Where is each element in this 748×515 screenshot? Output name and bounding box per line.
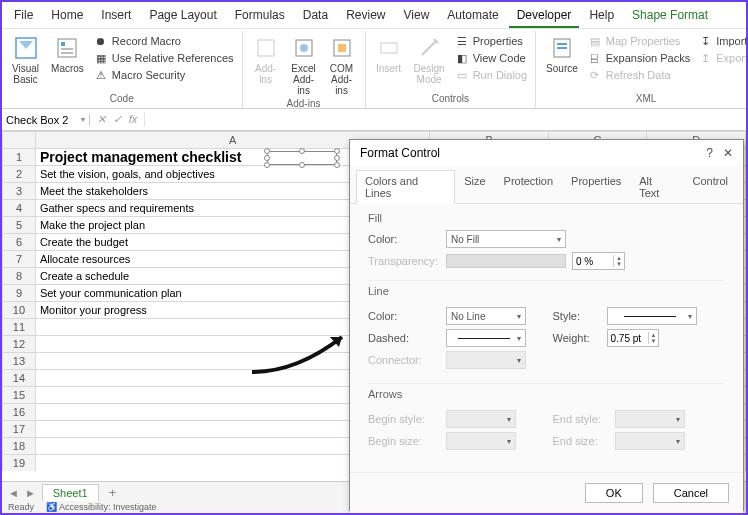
macro-security-button[interactable]: ⚠Macro Security bbox=[92, 67, 236, 83]
transparency-input[interactable] bbox=[573, 256, 613, 267]
ribbon-group-addins: Add- ins Excel Add-ins COM Add-ins Add-i… bbox=[243, 31, 366, 108]
resize-handle[interactable] bbox=[299, 162, 305, 168]
addins-button[interactable]: Add- ins bbox=[249, 33, 283, 87]
visual-basic-button[interactable]: Visual Basic bbox=[8, 33, 43, 87]
menu-tab-home[interactable]: Home bbox=[43, 4, 91, 28]
dashed-combo[interactable]: ▾ bbox=[446, 329, 526, 347]
run-dialog-button[interactable]: ▭Run Dialog bbox=[453, 67, 529, 83]
select-all-cell[interactable] bbox=[3, 132, 36, 149]
row-header[interactable]: 5 bbox=[3, 217, 36, 234]
dialog-tab-size[interactable]: Size bbox=[455, 170, 494, 203]
row-header[interactable]: 17 bbox=[3, 421, 36, 438]
export-button[interactable]: ↥Export bbox=[696, 50, 748, 66]
map-properties-button[interactable]: ▤Map Properties bbox=[586, 33, 692, 49]
menu-tab-data[interactable]: Data bbox=[295, 4, 336, 28]
view-code-button[interactable]: ◧View Code bbox=[453, 50, 529, 66]
row-header[interactable]: 11 bbox=[3, 319, 36, 336]
svg-rect-10 bbox=[381, 43, 397, 53]
menu-tab-file[interactable]: File bbox=[6, 4, 41, 28]
status-accessibility[interactable]: ♿ Accessibility: Investigate bbox=[46, 502, 157, 512]
menu-tab-view[interactable]: View bbox=[396, 4, 438, 28]
menu-tab-page-layout[interactable]: Page Layout bbox=[141, 4, 224, 28]
row-header[interactable]: 10 bbox=[3, 302, 36, 319]
resize-handle[interactable] bbox=[334, 162, 340, 168]
row-header[interactable]: 2 bbox=[3, 166, 36, 183]
row-header[interactable]: 14 bbox=[3, 370, 36, 387]
weight-spinbox[interactable]: ▲▼ bbox=[607, 329, 660, 347]
sheet-nav-prev[interactable]: ◄ bbox=[8, 487, 21, 499]
chevron-down-icon: ▾ bbox=[688, 312, 692, 321]
grid-icon: ▦ bbox=[94, 51, 108, 65]
row-header[interactable]: 16 bbox=[3, 404, 36, 421]
line-header: Line bbox=[368, 285, 725, 297]
properties-button[interactable]: ☰Properties bbox=[453, 33, 529, 49]
macros-button[interactable]: Macros bbox=[47, 33, 88, 76]
transparency-slider[interactable] bbox=[446, 254, 566, 268]
line-color-combo[interactable]: No Line▾ bbox=[446, 307, 526, 325]
excel-addins-button[interactable]: Excel Add-ins bbox=[287, 33, 321, 98]
row-header[interactable]: 4 bbox=[3, 200, 36, 217]
sheet-tab[interactable]: Sheet1 bbox=[42, 484, 99, 501]
cancel-formula-icon[interactable]: ✕ bbox=[94, 113, 108, 126]
cancel-button[interactable]: Cancel bbox=[653, 483, 729, 503]
close-icon[interactable]: ✕ bbox=[723, 146, 733, 160]
name-box[interactable]: Check Box 2▾ bbox=[2, 114, 90, 126]
record-macro-button[interactable]: ⏺Record Macro bbox=[92, 33, 236, 49]
dialog-tab-alt-text[interactable]: Alt Text bbox=[630, 170, 683, 203]
resize-handle[interactable] bbox=[264, 162, 270, 168]
resize-handle[interactable] bbox=[334, 155, 340, 161]
add-sheet-button[interactable]: + bbox=[103, 485, 123, 500]
row-header[interactable]: 6 bbox=[3, 234, 36, 251]
fx-icon[interactable]: fx bbox=[126, 113, 140, 126]
refresh-data-button[interactable]: ⟳Refresh Data bbox=[586, 67, 692, 83]
insert-control-button[interactable]: Insert bbox=[372, 33, 406, 76]
row-header[interactable]: 9 bbox=[3, 285, 36, 302]
row-header[interactable]: 1 bbox=[3, 149, 36, 166]
source-button[interactable]: Source bbox=[542, 33, 582, 76]
dialog-tab-control[interactable]: Control bbox=[684, 170, 737, 203]
row-header[interactable]: 13 bbox=[3, 353, 36, 370]
menu-tab-shape-format[interactable]: Shape Format bbox=[624, 4, 716, 28]
line-style-combo[interactable]: ▾ bbox=[607, 307, 697, 325]
ribbon-group-label: XML bbox=[542, 93, 748, 106]
use-relative-refs-button[interactable]: ▦Use Relative References bbox=[92, 50, 236, 66]
menu-tab-developer[interactable]: Developer bbox=[509, 4, 580, 28]
dialog-tab-protection[interactable]: Protection bbox=[495, 170, 563, 203]
fill-color-combo[interactable]: No Fill▾ bbox=[446, 230, 566, 248]
insert-control-icon bbox=[376, 35, 402, 61]
style-label: Style: bbox=[553, 310, 601, 322]
row-header[interactable]: 12 bbox=[3, 336, 36, 353]
design-mode-button[interactable]: Design Mode bbox=[410, 33, 449, 87]
com-addins-button[interactable]: COM Add-ins bbox=[325, 33, 359, 98]
row-header[interactable]: 8 bbox=[3, 268, 36, 285]
dashed-label: Dashed: bbox=[368, 332, 440, 344]
sheet-nav-next[interactable]: ► bbox=[25, 487, 38, 499]
row-header[interactable]: 7 bbox=[3, 251, 36, 268]
menu-tab-help[interactable]: Help bbox=[581, 4, 622, 28]
resize-handle[interactable] bbox=[264, 155, 270, 161]
enter-formula-icon[interactable]: ✓ bbox=[110, 113, 124, 126]
row-header[interactable]: 3 bbox=[3, 183, 36, 200]
row-header[interactable]: 15 bbox=[3, 387, 36, 404]
dialog-tab-properties[interactable]: Properties bbox=[562, 170, 630, 203]
resize-handle[interactable] bbox=[299, 148, 305, 154]
dialog-tab-colors-and-lines[interactable]: Colors and Lines bbox=[356, 170, 455, 204]
connector-combo: ▾ bbox=[446, 351, 526, 369]
menu-tab-formulas[interactable]: Formulas bbox=[227, 4, 293, 28]
menu-tab-insert[interactable]: Insert bbox=[93, 4, 139, 28]
help-icon[interactable]: ? bbox=[706, 146, 713, 160]
expansion-packs-button[interactable]: ⌸Expansion Packs bbox=[586, 50, 692, 66]
menu-tab-automate[interactable]: Automate bbox=[439, 4, 506, 28]
ok-button[interactable]: OK bbox=[585, 483, 643, 503]
transparency-spinbox[interactable]: ▲▼ bbox=[572, 252, 625, 270]
import-button[interactable]: ↧Import bbox=[696, 33, 748, 49]
resize-handle[interactable] bbox=[264, 148, 270, 154]
row-header[interactable]: 18 bbox=[3, 438, 36, 455]
dialog-titlebar: Format Control ? ✕ bbox=[350, 140, 743, 166]
view-code-icon: ◧ bbox=[455, 51, 469, 65]
chevron-down-icon: ▾ bbox=[557, 235, 561, 244]
row-header[interactable]: 19 bbox=[3, 455, 36, 472]
weight-input[interactable] bbox=[608, 333, 648, 344]
menu-tab-review[interactable]: Review bbox=[338, 4, 393, 28]
resize-handle[interactable] bbox=[334, 148, 340, 154]
